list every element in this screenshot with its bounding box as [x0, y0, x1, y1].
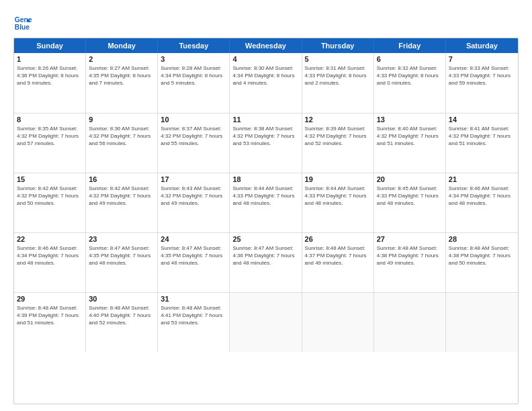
header-saturday: Saturday — [446, 38, 518, 53]
week-3: 15Sunrise: 8:42 AM Sunset: 4:32 PM Dayli… — [14, 173, 518, 232]
day-number: 12 — [305, 116, 371, 124]
table-row: 29Sunrise: 8:48 AM Sunset: 4:39 PM Dayli… — [14, 293, 86, 352]
week-4: 22Sunrise: 8:46 AM Sunset: 4:34 PM Dayli… — [14, 232, 518, 292]
table-row: 2Sunrise: 8:27 AM Sunset: 4:35 PM Daylig… — [86, 53, 158, 113]
day-info: Sunrise: 8:33 AM Sunset: 4:33 PM Dayligh… — [449, 64, 515, 87]
day-info: Sunrise: 8:41 AM Sunset: 4:32 PM Dayligh… — [449, 125, 515, 148]
day-number: 7 — [449, 55, 515, 63]
table-row: 22Sunrise: 8:46 AM Sunset: 4:34 PM Dayli… — [14, 233, 86, 292]
day-number: 22 — [17, 235, 83, 243]
table-row: 24Sunrise: 8:47 AM Sunset: 4:35 PM Dayli… — [158, 233, 230, 292]
day-number: 10 — [161, 116, 226, 124]
day-number: 15 — [17, 175, 83, 183]
day-number: 5 — [305, 55, 371, 63]
header-sunday: Sunday — [14, 38, 86, 53]
day-info: Sunrise: 8:26 AM Sunset: 4:36 PM Dayligh… — [17, 64, 83, 87]
day-info: Sunrise: 8:44 AM Sunset: 4:33 PM Dayligh… — [305, 185, 371, 208]
day-number: 29 — [17, 295, 83, 303]
day-number: 27 — [377, 235, 443, 243]
table-row: 26Sunrise: 8:48 AM Sunset: 4:37 PM Dayli… — [302, 233, 374, 292]
day-info: Sunrise: 8:32 AM Sunset: 4:33 PM Dayligh… — [377, 64, 443, 87]
table-row: 21Sunrise: 8:46 AM Sunset: 4:34 PM Dayli… — [446, 173, 518, 232]
week-5: 29Sunrise: 8:48 AM Sunset: 4:39 PM Dayli… — [14, 292, 518, 352]
header: General Blue — [13, 11, 519, 32]
day-number: 28 — [449, 235, 515, 243]
day-info: Sunrise: 8:37 AM Sunset: 4:32 PM Dayligh… — [161, 125, 226, 148]
day-info: Sunrise: 8:40 AM Sunset: 4:32 PM Dayligh… — [377, 125, 443, 148]
day-number: 3 — [161, 55, 226, 63]
table-row: 13Sunrise: 8:40 AM Sunset: 4:32 PM Dayli… — [374, 113, 446, 173]
table-row: 3Sunrise: 8:28 AM Sunset: 4:34 PM Daylig… — [158, 53, 230, 113]
day-info: Sunrise: 8:30 AM Sunset: 4:34 PM Dayligh… — [232, 64, 298, 87]
day-number: 8 — [17, 116, 83, 124]
header-thursday: Thursday — [302, 38, 374, 53]
table-row: 5Sunrise: 8:31 AM Sunset: 4:33 PM Daylig… — [302, 53, 374, 113]
day-info: Sunrise: 8:44 AM Sunset: 4:33 PM Dayligh… — [232, 185, 298, 208]
day-info: Sunrise: 8:45 AM Sunset: 4:33 PM Dayligh… — [377, 185, 443, 208]
day-number: 6 — [377, 55, 443, 63]
day-info: Sunrise: 8:31 AM Sunset: 4:33 PM Dayligh… — [305, 64, 371, 87]
page: General Blue Sunday Monday Tuesday Wedne… — [0, 0, 532, 411]
week-2: 8Sunrise: 8:35 AM Sunset: 4:32 PM Daylig… — [14, 113, 518, 173]
day-number: 30 — [89, 295, 154, 303]
svg-text:Blue: Blue — [15, 24, 30, 31]
day-info: Sunrise: 8:47 AM Sunset: 4:35 PM Dayligh… — [161, 244, 226, 267]
day-number: 21 — [449, 175, 515, 183]
day-info: Sunrise: 8:42 AM Sunset: 4:32 PM Dayligh… — [89, 185, 154, 208]
day-number: 14 — [449, 116, 515, 124]
table-row: 25Sunrise: 8:47 AM Sunset: 4:36 PM Dayli… — [230, 233, 302, 292]
day-number: 2 — [89, 55, 154, 63]
day-info: Sunrise: 8:48 AM Sunset: 4:37 PM Dayligh… — [305, 244, 371, 267]
day-number: 16 — [89, 175, 154, 183]
logo: General Blue — [13, 13, 35, 32]
table-row: 18Sunrise: 8:44 AM Sunset: 4:33 PM Dayli… — [230, 173, 302, 232]
table-row: 23Sunrise: 8:47 AM Sunset: 4:35 PM Dayli… — [86, 233, 158, 292]
table-row — [374, 293, 446, 352]
day-info: Sunrise: 8:28 AM Sunset: 4:34 PM Dayligh… — [161, 64, 226, 87]
day-info: Sunrise: 8:43 AM Sunset: 4:32 PM Dayligh… — [161, 185, 226, 208]
day-info: Sunrise: 8:46 AM Sunset: 4:34 PM Dayligh… — [17, 244, 83, 267]
day-number: 9 — [89, 116, 154, 124]
table-row: 28Sunrise: 8:48 AM Sunset: 4:38 PM Dayli… — [446, 233, 518, 292]
table-row: 17Sunrise: 8:43 AM Sunset: 4:32 PM Dayli… — [158, 173, 230, 232]
day-number: 19 — [305, 175, 371, 183]
table-row — [446, 293, 518, 352]
table-row: 12Sunrise: 8:39 AM Sunset: 4:32 PM Dayli… — [302, 113, 374, 173]
day-info: Sunrise: 8:39 AM Sunset: 4:32 PM Dayligh… — [305, 125, 371, 148]
table-row — [302, 293, 374, 352]
day-info: Sunrise: 8:48 AM Sunset: 4:40 PM Dayligh… — [89, 304, 154, 327]
day-number: 17 — [161, 175, 226, 183]
table-row: 6Sunrise: 8:32 AM Sunset: 4:33 PM Daylig… — [374, 53, 446, 113]
svg-text:General: General — [15, 16, 32, 24]
day-number: 26 — [305, 235, 371, 243]
day-number: 23 — [89, 235, 154, 243]
table-row: 9Sunrise: 8:36 AM Sunset: 4:32 PM Daylig… — [86, 113, 158, 173]
table-row: 1Sunrise: 8:26 AM Sunset: 4:36 PM Daylig… — [14, 53, 86, 113]
table-row: 7Sunrise: 8:33 AM Sunset: 4:33 PM Daylig… — [446, 53, 518, 113]
day-number: 18 — [232, 175, 298, 183]
day-number: 1 — [17, 55, 83, 63]
table-row — [230, 293, 302, 352]
table-row: 14Sunrise: 8:41 AM Sunset: 4:32 PM Dayli… — [446, 113, 518, 173]
day-info: Sunrise: 8:35 AM Sunset: 4:32 PM Dayligh… — [17, 125, 83, 148]
table-row: 30Sunrise: 8:48 AM Sunset: 4:40 PM Dayli… — [86, 293, 158, 352]
day-info: Sunrise: 8:48 AM Sunset: 4:38 PM Dayligh… — [449, 244, 515, 267]
table-row: 4Sunrise: 8:30 AM Sunset: 4:34 PM Daylig… — [230, 53, 302, 113]
calendar: Sunday Monday Tuesday Wednesday Thursday… — [13, 38, 519, 404]
table-row: 10Sunrise: 8:37 AM Sunset: 4:32 PM Dayli… — [158, 113, 230, 173]
day-number: 24 — [161, 235, 226, 243]
table-row: 31Sunrise: 8:48 AM Sunset: 4:41 PM Dayli… — [158, 293, 230, 352]
day-info: Sunrise: 8:27 AM Sunset: 4:35 PM Dayligh… — [89, 64, 154, 87]
table-row: 19Sunrise: 8:44 AM Sunset: 4:33 PM Dayli… — [302, 173, 374, 232]
table-row: 8Sunrise: 8:35 AM Sunset: 4:32 PM Daylig… — [14, 113, 86, 173]
day-number: 25 — [232, 235, 298, 243]
day-number: 13 — [377, 116, 443, 124]
day-number: 31 — [161, 295, 226, 303]
table-row: 20Sunrise: 8:45 AM Sunset: 4:33 PM Dayli… — [374, 173, 446, 232]
week-1: 1Sunrise: 8:26 AM Sunset: 4:36 PM Daylig… — [14, 53, 518, 113]
day-info: Sunrise: 8:48 AM Sunset: 4:38 PM Dayligh… — [377, 244, 443, 267]
day-number: 11 — [232, 116, 298, 124]
day-info: Sunrise: 8:42 AM Sunset: 4:32 PM Dayligh… — [17, 185, 83, 208]
table-row: 15Sunrise: 8:42 AM Sunset: 4:32 PM Dayli… — [14, 173, 86, 232]
day-info: Sunrise: 8:38 AM Sunset: 4:32 PM Dayligh… — [232, 125, 298, 148]
